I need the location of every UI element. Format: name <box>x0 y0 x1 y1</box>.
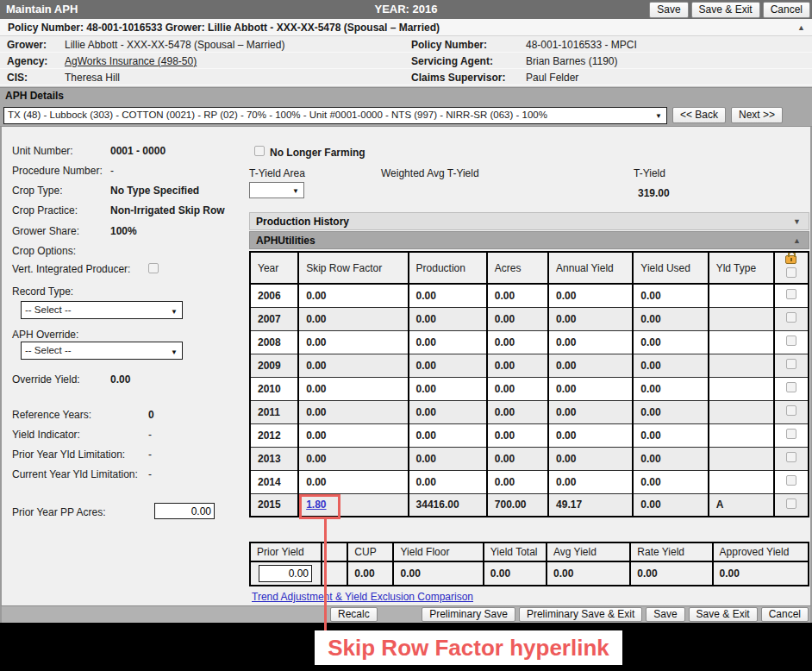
agency-link[interactable]: AgWorks Insurance (498-50) <box>65 55 197 67</box>
back-button[interactable]: << Back <box>672 107 726 123</box>
stat-label: Reference Years: <box>12 409 91 421</box>
info-row: Agency:AgWorks Insurance (498-50)Servici… <box>0 53 812 69</box>
annotation-callout-text: Skip Row Factor hyperlink <box>328 635 609 661</box>
production-history-table: YearSkip Row FactorProductionAcresAnnual… <box>249 251 809 517</box>
row-lock-cell <box>774 447 809 470</box>
tyield-value: 319.00 <box>638 187 670 199</box>
select-all-checkbox[interactable] <box>786 267 796 278</box>
collapse-up-icon[interactable]: ▲ <box>797 24 805 32</box>
row-checkbox[interactable] <box>786 405 796 416</box>
annotation-callout-line <box>324 518 327 631</box>
annotation-highlight-box <box>299 494 340 519</box>
row-checkbox[interactable] <box>786 312 796 323</box>
footer-cancel-button[interactable]: Cancel <box>761 607 809 622</box>
next-button[interactable]: Next >> <box>731 107 783 123</box>
row-checkbox[interactable] <box>786 499 796 509</box>
table-cell <box>709 447 774 470</box>
table-cell: 0.00 <box>548 284 633 307</box>
save-exit-button[interactable]: Save & Exit <box>691 2 760 18</box>
unit-select[interactable]: TX (48) - Lubbock (303) - COTTON (0021) … <box>3 107 667 124</box>
row-lock-cell <box>774 354 809 377</box>
stat-label: Yield Indicator: <box>12 429 80 441</box>
footer-save-exit-button[interactable]: Save & Exit <box>689 607 758 622</box>
weighted-avg-tyield-label: Weighted Avg T-Yield <box>381 167 479 179</box>
row-checkbox[interactable] <box>786 336 796 346</box>
tyield-area-select[interactable]: ▼ <box>249 182 304 198</box>
no-longer-farming-checkbox[interactable] <box>254 146 265 156</box>
table-cell: 0.00 <box>548 354 633 377</box>
row-checkbox[interactable] <box>786 289 796 299</box>
info-label: Claims Supervisor: <box>411 72 505 84</box>
pp-acres-label: Prior Year PP Acres: <box>12 506 106 518</box>
table-cell: 0.00 <box>633 330 708 354</box>
dropdown-arrow-icon: ▼ <box>292 187 299 195</box>
aph-utilities-title: APHUtilities <box>256 235 315 247</box>
collapse-up-icon: ▲ <box>793 237 801 245</box>
tyield-area-label: T-Yield Area <box>249 167 305 179</box>
preliminary-save-exit-button[interactable]: Preliminary Save & Exit <box>519 607 642 622</box>
table-cell: 0.00 <box>298 330 408 354</box>
aph-utilities-bar[interactable]: APHUtilities ▲ <box>249 231 809 249</box>
row-checkbox[interactable] <box>786 382 796 392</box>
pp-acres-input[interactable] <box>154 503 215 519</box>
info-row: CIS:Theresa HillClaims Supervisor:Paul F… <box>0 69 812 85</box>
field-label: Procedure Number: <box>12 165 103 177</box>
table-cell: 0.00 <box>409 307 487 330</box>
table-row: 20070.000.000.000.000.00 <box>250 307 809 330</box>
record-type-value: -- Select -- <box>25 304 72 315</box>
production-history-bar[interactable]: Production History ▼ <box>249 212 809 230</box>
summary-column-header: Rate Yield <box>630 542 712 561</box>
field-value: 100% <box>110 225 137 237</box>
column-header: Year <box>250 252 298 284</box>
stat-row: Yield Indicator:- <box>2 429 243 442</box>
table-cell <box>709 354 774 377</box>
info-label: Grower: <box>7 39 47 51</box>
summary-value-cell: 0.00 <box>630 561 712 586</box>
table-row: 20140.000.000.000.000.00 <box>250 470 809 493</box>
table-cell <box>709 423 774 447</box>
preliminary-save-button[interactable]: Preliminary Save <box>422 607 515 622</box>
row-checkbox[interactable] <box>786 475 796 486</box>
aph-details-header: APH Details <box>0 87 812 104</box>
aph-override-select[interactable]: -- Select --▼ <box>21 342 183 360</box>
recalc-button[interactable]: Recalc <box>330 607 378 622</box>
aph-override-label: APH Override: <box>12 329 78 342</box>
row-checkbox[interactable] <box>786 452 796 462</box>
field-value: Non-Irrigated Skip Row <box>110 204 225 216</box>
footer-save-button[interactable]: Save <box>646 607 684 622</box>
footer-bar: Recalc Preliminary Save Preliminary Save… <box>0 605 812 623</box>
tyield-label: T-Yield <box>634 167 665 179</box>
table-cell: 0.00 <box>633 447 708 470</box>
footer-buttons: Preliminary Save Preliminary Save & Exit… <box>422 607 809 622</box>
policy-info-panel: Grower:Lillie Abbott - XXX-XX-5478 (Spou… <box>0 36 812 87</box>
table-cell: 0.00 <box>633 423 708 447</box>
aph-details-content: Unit Number:0001 - 0000Procedure Number:… <box>0 127 812 605</box>
save-button[interactable]: Save <box>649 2 688 18</box>
field-label: Crop Type: <box>12 185 62 197</box>
yield-summary-table: Prior YieldCUPYield FloorYield TotalAvg … <box>249 542 809 586</box>
info-label: Servicing Agent: <box>411 55 493 67</box>
table-cell: 0.00 <box>487 307 548 330</box>
no-longer-farming-label: No Longer Farming <box>270 147 365 159</box>
stat-label: Prior Year Yld Limitation: <box>12 448 125 461</box>
cancel-button[interactable]: Cancel <box>763 2 810 18</box>
stat-value: - <box>148 429 152 441</box>
table-cell: 0.00 <box>487 423 548 447</box>
record-type-label: Record Type: <box>12 285 73 299</box>
info-label: Agency: <box>7 55 47 67</box>
record-type-select[interactable]: -- Select --▼ <box>21 301 183 319</box>
table-cell: 0.00 <box>409 354 487 377</box>
table-cell: 2007 <box>250 307 298 330</box>
table-cell: 0.00 <box>548 377 633 400</box>
prior-yield-input[interactable] <box>259 565 312 582</box>
row-checkbox[interactable] <box>786 359 796 369</box>
field-row: Grower Share:100% <box>2 225 243 239</box>
trend-adjustment-link[interactable]: Trend Adjustment & Yield Exclusion Compa… <box>252 591 473 603</box>
row-checkbox[interactable] <box>786 429 796 439</box>
table-cell: 0.00 <box>298 423 408 447</box>
table-cell: 2015 <box>250 493 298 517</box>
table-cell: 0.00 <box>487 400 548 423</box>
table-cell <box>709 377 774 400</box>
vip-checkbox[interactable] <box>148 263 159 273</box>
row-lock-cell <box>774 330 809 354</box>
